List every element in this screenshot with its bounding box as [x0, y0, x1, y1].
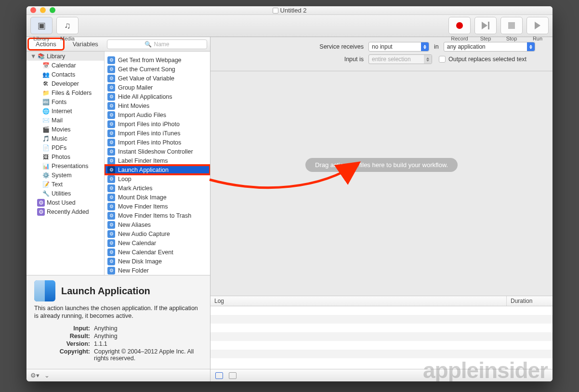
category-icon: 📅 — [42, 62, 50, 69]
action-icon: ⚙ — [107, 65, 115, 73]
action-item[interactable]: ⚙Instant Slideshow Controller — [105, 147, 210, 156]
label-service-receives: Service receives — [219, 43, 364, 50]
action-list[interactable]: ⚙Get Text from Webpage⚙Get the Current S… — [105, 52, 210, 275]
action-item[interactable]: ⚙New Calendar — [105, 238, 210, 248]
category-item[interactable]: 🎵Music — [26, 134, 104, 143]
zoom-window-button[interactable] — [50, 7, 55, 13]
category-icon: 📊 — [42, 162, 50, 170]
action-item[interactable]: ⚙Group Mailer — [105, 83, 210, 92]
action-item[interactable]: ⚙Import Files into Photos — [105, 138, 210, 147]
category-smart-item[interactable]: ⚙Most Used — [26, 198, 104, 207]
category-icon: 🔤 — [42, 98, 50, 106]
action-item[interactable]: ⚙New Disk Image — [105, 257, 210, 266]
step-button[interactable]: Step — [474, 17, 497, 34]
category-item[interactable]: 🖼Photos — [26, 152, 104, 161]
category-item[interactable]: 🔧Utilities — [26, 189, 104, 198]
action-item[interactable]: ⚙Loop — [105, 174, 210, 183]
record-button[interactable]: Record — [448, 17, 471, 34]
action-item[interactable]: ⚙Get Value of Variable — [105, 74, 210, 83]
action-item[interactable]: ⚙New Calendar Event — [105, 248, 210, 257]
log-col-log: Log — [211, 296, 507, 306]
run-icon — [535, 22, 540, 29]
action-item[interactable]: ⚙Label Finder Items — [105, 156, 210, 165]
action-icon: ⚙ — [107, 248, 115, 256]
category-icon: ⚙️ — [42, 171, 50, 179]
category-icon: 🌐 — [42, 107, 50, 115]
action-item[interactable]: ⚙Hide All Applications — [105, 92, 210, 101]
action-item[interactable]: ⚙Get the Current Song — [105, 65, 210, 74]
action-icon: ⚙ — [107, 130, 115, 137]
action-item[interactable]: ⚙Get Text from Webpage — [105, 55, 210, 65]
category-item[interactable]: 📊Presentations — [26, 161, 104, 170]
workflow-canvas[interactable]: Drag actions or files here to build your… — [211, 71, 553, 296]
category-item[interactable]: 📅Calendar — [26, 61, 104, 70]
view-grid-icon[interactable] — [229, 372, 237, 379]
category-item[interactable]: ✉️Mail — [26, 116, 104, 125]
service-parameters: Service receives no input in any applica… — [211, 37, 553, 71]
category-icon: 🖼 — [42, 153, 50, 161]
category-item[interactable]: 📄PDFs — [26, 143, 104, 152]
action-icon: ⚙ — [107, 221, 115, 229]
category-icon: 👥 — [42, 71, 50, 78]
checkbox-output-replaces[interactable] — [439, 56, 446, 63]
category-smart-item[interactable]: ⚙Recently Added — [26, 207, 104, 216]
action-icon: ⚙ — [107, 102, 115, 110]
smart-folder-icon: ⚙ — [37, 199, 45, 207]
search-input[interactable]: 🔍 Name — [107, 39, 207, 49]
category-item[interactable]: 🛠Developer — [26, 79, 104, 88]
action-item[interactable]: ⚙Import Audio Files — [105, 110, 210, 119]
category-icon: ✉️ — [42, 117, 50, 124]
category-item[interactable]: 📁Files & Folders — [26, 88, 104, 97]
action-item[interactable]: ⚙Mount Disk Image — [105, 193, 210, 202]
action-icon: ⚙ — [107, 148, 115, 156]
action-info-pane: Launch Application This action launches … — [26, 275, 210, 369]
category-item[interactable]: ⚙️System — [26, 170, 104, 180]
disclosure-triangle-icon[interactable]: ▼ — [30, 53, 35, 60]
minimize-window-button[interactable] — [40, 7, 46, 13]
action-item[interactable]: ⚙Hint Movies — [105, 101, 210, 110]
category-list[interactable]: ▼ 📚 Library 📅Calendar👥Contacts🛠Developer… — [26, 52, 105, 275]
action-icon: ⚙ — [107, 194, 115, 201]
run-button[interactable]: Run — [526, 17, 549, 34]
category-item[interactable]: 👥Contacts — [26, 70, 104, 79]
action-icon: ⚙ — [107, 93, 115, 101]
action-icon: ⚙ — [107, 267, 115, 274]
action-item[interactable]: ⚙New Aliases — [105, 220, 210, 229]
expand-icon[interactable]: ⌄ — [44, 372, 50, 379]
select-application[interactable]: any application — [444, 42, 535, 52]
action-item[interactable]: ⚙Launch Application — [105, 165, 210, 174]
action-item[interactable] — [105, 52, 210, 55]
category-item[interactable]: 📝Text — [26, 180, 104, 189]
action-item[interactable]: ⚙Move Finder Items to Trash — [105, 211, 210, 220]
library-toggle-button[interactable]: ▣ Library — [30, 17, 53, 34]
stop-button[interactable]: Stop — [500, 17, 523, 34]
library-icon: ▣ — [38, 20, 46, 31]
category-icon: 🛠 — [42, 80, 50, 88]
category-icon: 🔧 — [42, 190, 50, 197]
select-input-is: entire selection — [368, 54, 432, 64]
media-toggle-button[interactable]: ♫ Media — [56, 17, 79, 34]
action-item[interactable]: ⚙New Audio Capture — [105, 229, 210, 238]
action-icon: ⚙ — [107, 56, 115, 64]
category-item[interactable]: 🔤Fonts — [26, 97, 104, 106]
category-icon: 📝 — [42, 181, 50, 188]
action-icon: ⚙ — [107, 157, 115, 165]
action-item[interactable]: ⚙Import Files into iPhoto — [105, 119, 210, 129]
action-item[interactable]: ⚙Import Files into iTunes — [105, 129, 210, 138]
action-item[interactable]: ⚙Move Finder Items — [105, 202, 210, 211]
view-list-icon[interactable] — [215, 372, 223, 379]
category-item[interactable]: 🎬Movies — [26, 125, 104, 134]
action-icon: ⚙ — [107, 175, 115, 183]
finder-icon — [34, 280, 55, 301]
gear-menu-icon[interactable]: ⚙︎▾ — [30, 372, 39, 379]
close-window-button[interactable] — [30, 7, 36, 13]
action-icon: ⚙ — [107, 184, 115, 192]
action-item[interactable]: ⚙Mark Articles — [105, 183, 210, 193]
info-description: This action launches the chosen applicat… — [34, 304, 202, 320]
category-item[interactable]: 🌐Internet — [26, 106, 104, 116]
log-body[interactable] — [211, 306, 553, 369]
select-service-receives[interactable]: no input — [368, 42, 429, 52]
label-input-is: Input is — [219, 56, 364, 63]
action-item[interactable]: ⚙New Folder — [105, 266, 210, 275]
category-library[interactable]: ▼ 📚 Library — [26, 52, 104, 61]
